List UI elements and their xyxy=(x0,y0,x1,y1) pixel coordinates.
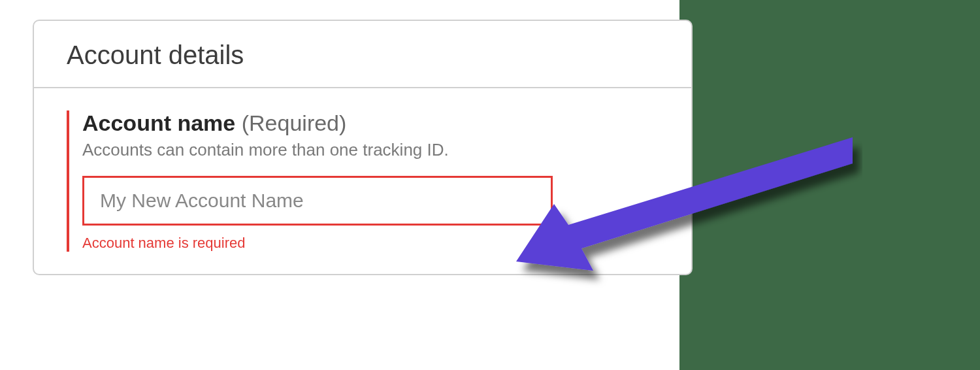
account-name-label: Account name xyxy=(82,110,235,135)
account-name-input[interactable] xyxy=(100,190,535,212)
card-body: Account name (Required) Accounts can con… xyxy=(34,88,691,274)
account-name-helper-text: Accounts can contain more than one track… xyxy=(82,140,673,160)
right-side-panel xyxy=(679,0,980,370)
account-name-field-block: Account name (Required) Accounts can con… xyxy=(67,110,673,252)
card-title: Account details xyxy=(67,41,659,70)
account-details-card: Account details Account name (Required) … xyxy=(33,20,693,275)
account-name-error-text: Account name is required xyxy=(82,235,673,252)
account-name-label-row: Account name (Required) xyxy=(82,110,673,136)
account-name-required-indicator: (Required) xyxy=(242,110,347,135)
account-name-input-wrap xyxy=(82,176,553,226)
card-header: Account details xyxy=(34,21,691,88)
